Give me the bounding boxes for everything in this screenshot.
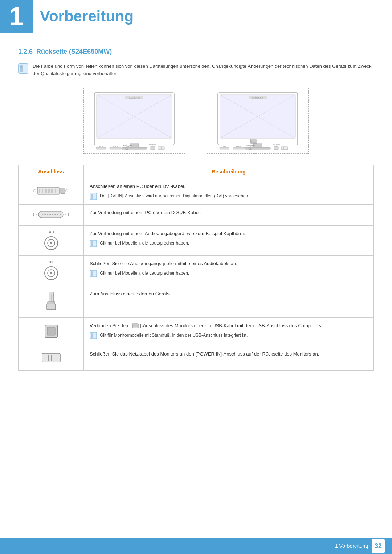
- svg-rect-47: [281, 147, 288, 150]
- footer-text: 1 Vorbereitung: [335, 543, 368, 549]
- table-row-audio-out: OUT Zur Verbindung mit einem Audioausgab…: [19, 225, 374, 255]
- svg-text:POWER IN: POWER IN: [273, 144, 280, 146]
- sub-note-icon-audio-in: [90, 270, 97, 277]
- svg-point-70: [42, 214, 43, 215]
- sub-note-icon-audio-out: [90, 240, 97, 247]
- icon-cell-power: [19, 346, 84, 370]
- svg-rect-13: [96, 147, 106, 149]
- svg-point-68: [33, 213, 36, 216]
- svg-rect-66: [61, 188, 65, 194]
- svg-rect-0: [19, 64, 28, 73]
- connector-table: Anschluss Beschreibung: [18, 165, 374, 371]
- svg-rect-15: [110, 147, 121, 149]
- table-header-anschluss: Anschluss: [19, 165, 84, 178]
- note-text: Die Farbe und Form von Teilen können sic…: [33, 63, 374, 77]
- power-connector-icon: [40, 350, 62, 365]
- sub-note-audio-in: Gilt nur bei Modellen, die Lautsprecher …: [90, 270, 368, 277]
- svg-text:IN: IN: [127, 149, 128, 150]
- svg-rect-21: [151, 146, 155, 150]
- svg-point-77: [60, 214, 61, 215]
- chapter-title-block: Vorbereitung: [33, 0, 134, 33]
- icon-cell-audio-in: IN: [19, 255, 84, 286]
- desc-cell-audio-out: Zur Verbindung mit einem Audioausgabeger…: [84, 225, 374, 255]
- svg-point-74: [52, 214, 53, 215]
- desc-cell-audio-in: Schließen Sie eine Audioeingangsquelle m…: [84, 255, 374, 286]
- usb-b-icon: [42, 322, 60, 340]
- chapter-number: 1: [0, 0, 33, 33]
- table-row-dvi: Anschließen an einen PC über ein DVI-Kab…: [19, 178, 374, 205]
- table-header-beschreibung: Beschreibung: [84, 165, 374, 178]
- table-row-rgb: Zur Verbindung mit einem PC über ein D-S…: [19, 204, 374, 225]
- svg-text:IN: IN: [250, 149, 252, 150]
- sub-note-icon-usb-b: [90, 332, 97, 339]
- sub-note-audio-out: Gilt nur bei Modellen, die Lautsprecher …: [90, 240, 368, 247]
- svg-text:OUT: OUT: [126, 146, 129, 148]
- page-footer: 1 Vorbereitung 32: [0, 538, 392, 554]
- sub-note-dvi: Der [DVI IN]-Anschluss wird nur bei rein…: [90, 193, 368, 200]
- icon-cell-audio-out: OUT: [19, 225, 84, 255]
- svg-point-71: [44, 214, 46, 215]
- usb-upstream-icon: [44, 290, 58, 312]
- svg-point-50: [34, 190, 36, 192]
- table-row-usb-upstream: Zum Anschluss eines externen Geräts.: [19, 286, 374, 317]
- icon-cell-dvi: [19, 178, 84, 205]
- desc-cell-rgb: Zur Verbindung mit einem PC über ein D-S…: [84, 204, 374, 225]
- monitor-diagram-left: SAMSUNG DVI IN RGB IN AUDIO IN/OUT OUT I…: [83, 88, 185, 154]
- desc-cell-usb-upstream: Zum Anschluss eines externen Geräts.: [84, 286, 374, 317]
- note-block: Die Farbe und Form von Teilen können sic…: [18, 63, 374, 77]
- svg-rect-94: [133, 324, 138, 327]
- svg-rect-37: [220, 147, 229, 149]
- svg-point-85: [50, 272, 52, 274]
- svg-text:OUT: OUT: [250, 146, 253, 148]
- svg-text:SAMSUNG: SAMSUNG: [129, 97, 140, 99]
- svg-point-73: [49, 214, 51, 215]
- svg-point-76: [57, 214, 58, 215]
- svg-rect-23: [158, 147, 164, 150]
- monitor-svg-right: SAMSUNG DVI IN RGB IN AUDIO IN/OUT OUT I…: [211, 92, 305, 150]
- svg-text:DVI IN: DVI IN: [222, 145, 226, 147]
- page-number: 32: [372, 539, 385, 553]
- monitor-diagrams: SAMSUNG DVI IN RGB IN AUDIO IN/OUT OUT I…: [18, 88, 374, 154]
- svg-point-81: [50, 242, 52, 244]
- icon-cell-usb-b: [19, 317, 84, 346]
- svg-rect-39: [233, 147, 245, 149]
- desc-cell-power: Schließen Sie das Netzkabel des Monitors…: [84, 346, 374, 370]
- svg-text:POWER IN: POWER IN: [149, 144, 156, 146]
- main-content: 1.2.6 Rückseite (S24E650MW) Die Farbe un…: [0, 48, 392, 389]
- section-title: 1.2.6 Rückseite (S24E650MW): [18, 48, 374, 56]
- chapter-title: Vorbereitung: [40, 8, 134, 25]
- svg-point-65: [66, 190, 68, 192]
- svg-text:RGB IN: RGB IN: [236, 145, 241, 147]
- svg-rect-45: [274, 146, 278, 150]
- note-icon: [18, 63, 28, 74]
- desc-cell-dvi: Anschließen an einen PC über ein DVI-Kab…: [84, 178, 374, 205]
- sub-note-usb-b: Gilt für Monitormodelle mit Standfuß, in…: [90, 332, 368, 339]
- svg-point-75: [54, 214, 56, 215]
- table-row-audio-in: IN Schließen Sie eine Audioeingangsquell…: [19, 255, 374, 286]
- audio-out-icon: [43, 235, 59, 251]
- svg-text:RGB IN: RGB IN: [113, 145, 118, 147]
- sub-note-icon-dvi: [90, 193, 97, 200]
- svg-text:SAMSUNG: SAMSUNG: [252, 97, 264, 99]
- table-row-power: Schließen Sie das Netzkabel des Monitors…: [19, 346, 374, 370]
- audio-in-icon: [43, 265, 59, 281]
- svg-point-72: [47, 214, 48, 215]
- icon-cell-usb-upstream: [19, 286, 84, 317]
- svg-rect-89: [47, 304, 56, 310]
- svg-text:DVI IN: DVI IN: [99, 145, 103, 147]
- icon-cell-rgb: [19, 204, 84, 225]
- rgb-connector-icon: [33, 209, 69, 220]
- dvi-connector-icon: [33, 185, 69, 196]
- svg-point-78: [66, 213, 69, 216]
- monitor-svg-left: SAMSUNG DVI IN RGB IN AUDIO IN/OUT OUT I…: [87, 92, 181, 150]
- svg-rect-35: [251, 140, 256, 143]
- monitor-diagram-right: SAMSUNG DVI IN RGB IN AUDIO IN/OUT OUT I…: [207, 88, 309, 154]
- page-header: 1 Vorbereitung: [0, 0, 392, 33]
- table-row-usb-b: Verbinden Sie den [ ]-Anschluss des Moni…: [19, 317, 374, 346]
- svg-rect-92: [47, 327, 55, 335]
- desc-cell-usb-b: Verbinden Sie den [ ]-Anschluss des Moni…: [84, 317, 374, 346]
